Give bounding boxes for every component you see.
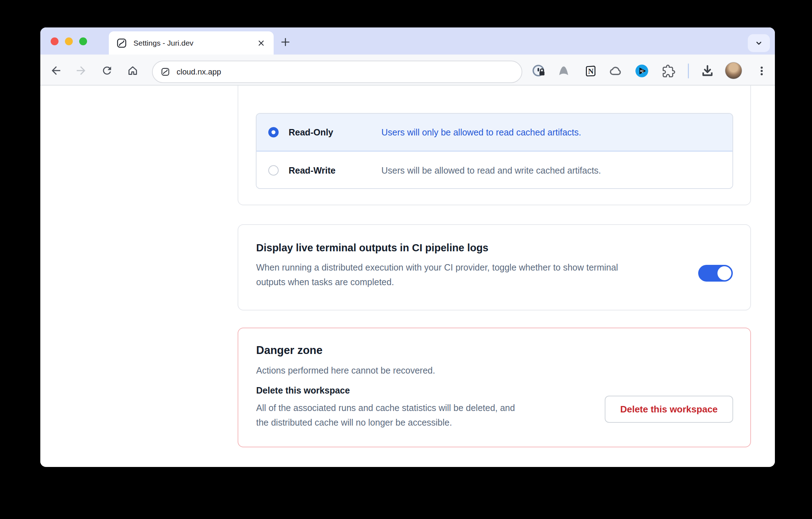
back-icon bbox=[50, 64, 62, 77]
radio-unselected-icon[interactable] bbox=[268, 165, 279, 175]
zoom-window-button[interactable] bbox=[79, 37, 87, 45]
nx-cloud-favicon bbox=[116, 37, 127, 49]
reload-icon bbox=[101, 65, 113, 77]
description-line: All of the associated runs and cache sta… bbox=[256, 401, 515, 415]
extensions-button[interactable] bbox=[661, 63, 676, 79]
danger-zone-card: Danger zone Actions performed here canno… bbox=[238, 328, 751, 447]
delete-workspace-heading: Delete this workspace bbox=[256, 385, 350, 396]
minimize-window-button[interactable] bbox=[65, 37, 73, 45]
browser-toolbar: cloud.nx.app N bbox=[40, 55, 775, 86]
password-manager-extension-button[interactable] bbox=[531, 63, 547, 79]
browser-window: Settings - Juri.dev bbox=[40, 27, 775, 467]
downloads-button[interactable] bbox=[700, 63, 715, 79]
radio-option-read-write[interactable]: Read-Write Users will be allowed to read… bbox=[257, 151, 732, 189]
home-icon bbox=[126, 64, 139, 77]
card-title: Display live terminal outputs in CI pipe… bbox=[256, 242, 488, 254]
svg-text:N: N bbox=[588, 67, 594, 76]
site-favicon bbox=[161, 67, 170, 77]
toggle-knob bbox=[717, 266, 731, 280]
extensions-puzzle-icon bbox=[661, 64, 676, 78]
vpn-mountain-icon bbox=[557, 64, 571, 78]
tabstrip-chevron-icon bbox=[755, 39, 763, 47]
cloud-sync-extension-button[interactable] bbox=[608, 63, 624, 79]
cloud-sync-icon bbox=[608, 63, 623, 78]
page-content: token? Learn more. Read-Only Users will … bbox=[40, 86, 775, 466]
radio-label: Read-Only bbox=[289, 127, 333, 138]
tab-title: Settings - Juri.dev bbox=[133, 39, 257, 47]
danger-zone-subtitle: Actions performed here cannot be recover… bbox=[256, 365, 435, 376]
browser-menu-button[interactable] bbox=[754, 63, 770, 79]
access-scope-radio-group: Read-Only Users will only be allowed to … bbox=[256, 113, 733, 189]
svg-text:IQ: IQ bbox=[640, 69, 643, 73]
description-line: the distributed cache will no longer be … bbox=[256, 415, 515, 430]
new-tab-button[interactable] bbox=[279, 35, 292, 49]
home-button[interactable] bbox=[126, 63, 140, 78]
url-text: cloud.nx.app bbox=[177, 67, 221, 77]
delete-workspace-description: All of the associated runs and cache sta… bbox=[256, 401, 515, 430]
danger-zone-title: Danger zone bbox=[256, 344, 323, 357]
description-line: outputs when tasks are completed. bbox=[256, 275, 618, 289]
forward-button[interactable] bbox=[74, 63, 88, 78]
radio-label: Read-Write bbox=[289, 165, 336, 175]
notion-extension-button[interactable]: N bbox=[583, 63, 599, 79]
new-tab-icon bbox=[280, 36, 291, 48]
delete-workspace-button[interactable]: Delete this workspace bbox=[605, 396, 733, 423]
address-bar[interactable]: cloud.nx.app bbox=[152, 61, 522, 83]
password-manager-icon bbox=[531, 63, 546, 78]
notion-icon: N bbox=[584, 64, 598, 78]
radio-description: Users will be allowed to read and write … bbox=[381, 165, 601, 175]
terminal-outputs-toggle[interactable] bbox=[698, 265, 733, 282]
radio-option-read-only[interactable]: Read-Only Users will only be allowed to … bbox=[257, 114, 732, 151]
window-controls bbox=[51, 37, 87, 45]
radio-description: Users will only be allowed to read cache… bbox=[381, 127, 581, 138]
video-play-extension-button[interactable]: IQ bbox=[634, 63, 650, 79]
card-description: When running a distributed execution wit… bbox=[256, 260, 618, 289]
tab-strip: Settings - Juri.dev bbox=[40, 27, 775, 55]
terminal-outputs-card: Display live terminal outputs in CI pipe… bbox=[238, 224, 751, 310]
description-line: When running a distributed execution wit… bbox=[256, 260, 618, 275]
radio-selected-icon[interactable] bbox=[268, 127, 279, 138]
kebab-menu-icon bbox=[756, 65, 768, 77]
active-tab[interactable]: Settings - Juri.dev bbox=[109, 31, 274, 55]
video-play-icon: IQ bbox=[634, 63, 649, 78]
reload-button[interactable] bbox=[100, 63, 114, 78]
toolbar-divider bbox=[688, 63, 689, 78]
tab-close-icon[interactable] bbox=[257, 38, 266, 48]
download-icon bbox=[700, 64, 715, 78]
vpn-extension-button[interactable] bbox=[556, 63, 572, 79]
tab-search-button[interactable] bbox=[748, 34, 770, 52]
back-button[interactable] bbox=[49, 63, 63, 78]
close-window-button[interactable] bbox=[51, 37, 59, 45]
forward-icon bbox=[75, 64, 87, 77]
profile-avatar[interactable] bbox=[725, 62, 742, 79]
